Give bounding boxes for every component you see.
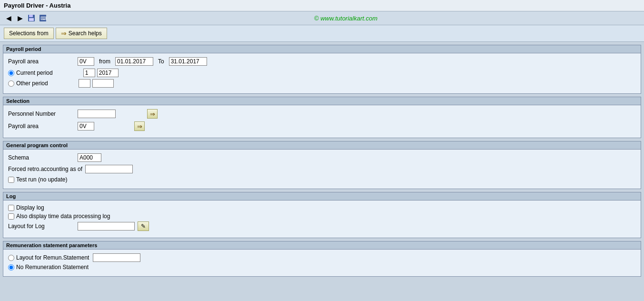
layout-log-input[interactable] [78,222,135,231]
remuneration-body: Layout for Remun.Statement No Remunerati… [3,250,641,276]
window-title: Payroll Driver - Austria [4,2,70,9]
title-bar: Payroll Driver - Austria [0,0,644,11]
test-run-row: Test run (no update) [8,176,636,183]
personnel-number-row: Personnel Number ⇒ [8,109,636,119]
forced-retro-input[interactable] [85,165,133,173]
current-period-row: Current period [8,69,636,77]
remuneration-header: Remuneration statement parameters [3,241,641,250]
button-bar: Selections from ⇒ Search helps [0,25,644,42]
layout-log-label: Layout for Log [8,223,75,230]
personnel-number-input[interactable] [78,110,116,118]
from-date-input[interactable] [115,57,153,66]
no-statement-radio[interactable] [8,264,14,271]
payroll-area-select-btn[interactable]: ⇒ [134,121,145,131]
main-content: Payroll period Payroll area from To Curr… [0,42,644,280]
log-header: Log [3,192,641,201]
forced-retro-row: Forced retro.accounting as of [8,165,636,173]
schema-input[interactable] [78,153,101,162]
schema-label: Schema [8,154,75,161]
back-icon[interactable]: ◀ [4,13,13,23]
remuneration-section: Remuneration statement parameters Layout… [3,241,641,277]
other-period-radio[interactable] [8,80,14,87]
other-period-num-input[interactable] [79,79,90,88]
svg-rect-2 [29,18,34,21]
general-program-control-section: General program control Schema Forced re… [3,141,641,189]
search-helps-button[interactable]: ⇒ Search helps [56,28,107,39]
display-log-checkbox[interactable] [8,205,14,211]
current-period-radio[interactable] [8,70,14,76]
other-period-row: Other period [8,79,636,88]
payroll-area-label: Payroll area [8,58,75,65]
also-display-label: Also display time data processing log [16,213,110,220]
watermark: © www.tutorialkart.com [51,15,640,22]
svg-text:⌨: ⌨ [40,16,47,21]
to-date-input[interactable] [169,57,207,66]
personnel-select-arrow-icon: ⇒ [150,110,155,118]
test-run-label: Test run (no update) [16,176,67,183]
layout-log-row: Layout for Log ✎ [8,221,636,231]
current-period-num-input[interactable] [83,69,95,77]
other-period-label: Other period [16,80,48,87]
payroll-period-header: Payroll period [3,45,641,53]
search-helps-arrow-icon: ⇒ [61,30,67,37]
log-body: Display log Also display time data proce… [3,201,641,238]
selections-from-button[interactable]: Selections from [4,28,54,39]
current-period-label: Current period [16,70,53,76]
layout-log-pencil-btn[interactable]: ✎ [138,221,149,231]
log-section: Log Display log Also display time data p… [3,192,641,238]
from-label: from [99,58,110,65]
forward-icon[interactable]: ▶ [15,13,25,23]
pencil-icon: ✎ [141,223,146,230]
test-run-checkbox[interactable] [8,177,14,183]
payroll-area-row: Payroll area from To [8,57,636,66]
layout-remun-input[interactable] [93,253,140,262]
layout-remun-radio[interactable] [8,255,14,261]
layout-remun-row: Layout for Remun.Statement [8,253,636,262]
to-label: To [158,58,164,65]
no-statement-row: No Remuneration Statement [8,264,636,271]
selections-from-label: Selections from [9,30,49,37]
personnel-number-select-btn[interactable]: ⇒ [147,109,158,119]
also-display-row: Also display time data processing log [8,213,636,220]
current-period-year-input[interactable] [97,69,119,77]
payroll-area-select-arrow-icon: ⇒ [137,123,142,130]
command-icon[interactable]: ⌨ [38,13,48,23]
display-log-label: Display log [16,204,44,211]
selection-body: Personnel Number ⇒ Payroll area ⇒ [3,105,641,138]
selection-header: Selection [3,97,641,105]
schema-row: Schema [8,153,636,162]
save-icon[interactable] [27,13,36,23]
toolbar: ◀ ▶ ⌨ © www.tutorialkart.com [0,11,644,25]
selection-payroll-area-label: Payroll area [8,123,75,130]
selection-payroll-area-input[interactable] [78,122,94,130]
layout-remun-label: Layout for Remun.Statement [16,254,89,261]
payroll-area-input[interactable] [78,57,94,66]
selection-payroll-area-row: Payroll area ⇒ [8,121,636,131]
search-helps-label: Search helps [69,30,102,37]
other-period-year-input[interactable] [92,79,114,88]
forced-retro-label: Forced retro.accounting as of [8,166,82,172]
toolbar-icons: ◀ ▶ ⌨ [4,13,48,23]
payroll-period-body: Payroll area from To Current period Othe… [3,53,641,93]
payroll-period-section: Payroll period Payroll area from To Curr… [3,45,641,94]
general-program-control-body: Schema Forced retro.accounting as of Tes… [3,150,641,189]
selection-section: Selection Personnel Number ⇒ Payroll are… [3,97,641,138]
svg-rect-1 [29,15,33,17]
personnel-number-label: Personnel Number [8,110,75,117]
general-program-control-header: General program control [3,141,641,150]
no-statement-label: No Remuneration Statement [16,264,89,271]
display-log-row: Display log [8,204,636,211]
also-display-checkbox[interactable] [8,213,14,220]
